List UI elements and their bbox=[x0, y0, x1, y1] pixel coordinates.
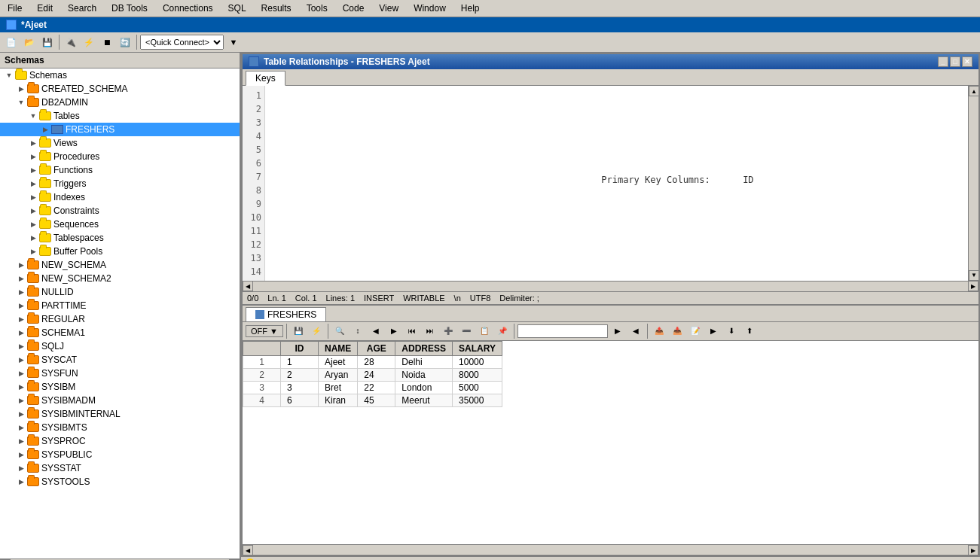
cell-salary[interactable]: 5000 bbox=[453, 381, 502, 394]
expand-schemas[interactable]: ▼ bbox=[3, 69, 15, 81]
data-next-btn[interactable]: ▶ bbox=[386, 324, 402, 339]
expand-freshers[interactable]: ▶ bbox=[39, 123, 51, 135]
menu-search[interactable]: Search bbox=[63, 2, 101, 15]
expand-bufferpools[interactable]: ▶ bbox=[27, 245, 39, 257]
menu-sql[interactable]: SQL bbox=[224, 2, 251, 15]
table-row[interactable]: 4 6 Kiran 45 Meerut 35000 bbox=[243, 394, 502, 406]
tree-syspublic[interactable]: ▶ SYSPUBLIC bbox=[0, 448, 240, 461]
editor-scroll-down[interactable]: ▼ bbox=[969, 270, 978, 281]
data-hscroll-left[interactable]: ◀ bbox=[243, 545, 253, 555]
data-prev-btn[interactable]: ◀ bbox=[368, 324, 384, 339]
tree-bufferpools[interactable]: ▶ Buffer Pools bbox=[0, 245, 240, 258]
data-first-btn[interactable]: ⏮ bbox=[404, 324, 420, 339]
col-address-header[interactable]: ADDRESS bbox=[395, 341, 453, 355]
data-export-btn[interactable]: 📤 bbox=[651, 324, 667, 339]
expand-db2admin[interactable]: ▼ bbox=[15, 96, 27, 108]
tree-db2admin[interactable]: ▼ DB2ADMIN bbox=[0, 96, 240, 109]
data-copy-btn[interactable]: 📋 bbox=[476, 324, 493, 339]
connect-btn[interactable]: 🔌 bbox=[63, 34, 79, 50]
expand-sysstat[interactable]: ▶ bbox=[15, 462, 27, 474]
quick-connect-go-btn[interactable]: ▼ bbox=[225, 34, 242, 50]
tree-freshers[interactable]: ▶ FRESHERS bbox=[0, 123, 240, 136]
expand-new-schema[interactable]: ▶ bbox=[15, 259, 27, 271]
expand-sysibmadm[interactable]: ▶ bbox=[15, 394, 27, 406]
menu-file[interactable]: File bbox=[3, 2, 26, 15]
tree-new-schema2[interactable]: ▶ NEW_SCHEMA2 bbox=[0, 272, 240, 285]
disconnect-btn[interactable]: ⚡ bbox=[81, 34, 97, 50]
new-file-btn[interactable]: 📄 bbox=[3, 34, 20, 50]
expand-views[interactable]: ▶ bbox=[27, 137, 39, 149]
save-btn[interactable]: 💾 bbox=[39, 34, 56, 50]
data-down-btn[interactable]: ⬇ bbox=[723, 324, 740, 339]
expand-triggers[interactable]: ▶ bbox=[27, 178, 39, 190]
tree-sysfun[interactable]: ▶ SYSFUN bbox=[0, 367, 240, 380]
col-salary-header[interactable]: SALARY bbox=[453, 341, 502, 355]
menu-code[interactable]: Code bbox=[338, 2, 369, 15]
tree-schema1[interactable]: ▶ SCHEMA1 bbox=[0, 326, 240, 339]
schema-tree[interactable]: ▼ Schemas ▶ CREATED_SCHEMA ▼ DB2ADMIN ▼ … bbox=[0, 68, 240, 558]
cell-age[interactable]: 24 bbox=[358, 368, 395, 381]
tab-keys[interactable]: Keys bbox=[246, 71, 285, 86]
tree-sysproc[interactable]: ▶ SYSPROC bbox=[0, 434, 240, 448]
tree-sysibminternal[interactable]: ▶ SYSIBMINTERNAL bbox=[0, 407, 240, 421]
expand-functions[interactable]: ▶ bbox=[27, 164, 39, 176]
data-hscroll-right[interactable]: ▶ bbox=[968, 545, 978, 555]
tree-sequences[interactable]: ▶ Sequences bbox=[0, 218, 240, 231]
tree-syscat[interactable]: ▶ SYSCAT bbox=[0, 353, 240, 367]
expand-created-schema[interactable]: ▶ bbox=[15, 83, 27, 95]
col-age-header[interactable]: AGE bbox=[358, 341, 395, 355]
editor-area[interactable]: Primary Key Columns: ID bbox=[265, 86, 968, 281]
tree-functions[interactable]: ▶ Functions bbox=[0, 163, 240, 177]
expand-syspublic[interactable]: ▶ bbox=[15, 449, 27, 461]
editor-hscroll-track[interactable] bbox=[253, 282, 968, 290]
expand-sysibm[interactable]: ▶ bbox=[15, 381, 27, 393]
tree-parttime[interactable]: ▶ PARTTIME bbox=[0, 299, 240, 312]
tree-tablespaces[interactable]: ▶ Tablespaces bbox=[0, 231, 240, 245]
tree-constraints[interactable]: ▶ Constraints bbox=[0, 204, 240, 218]
table-row[interactable]: 2 2 Aryan 24 Noida 8000 bbox=[243, 368, 502, 381]
data-sort-btn[interactable]: ↕ bbox=[350, 324, 366, 339]
close-btn[interactable]: ✕ bbox=[962, 56, 972, 67]
expand-tables[interactable]: ▼ bbox=[27, 110, 39, 122]
data-filter-btn[interactable]: 🔍 bbox=[331, 324, 348, 339]
data-add-btn[interactable]: ➕ bbox=[440, 324, 456, 339]
tree-systools[interactable]: ▶ SYSTOOLS bbox=[0, 475, 240, 488]
cell-age[interactable]: 45 bbox=[358, 394, 395, 406]
data-script-btn[interactable]: 📝 bbox=[687, 324, 704, 339]
expand-procedures[interactable]: ▶ bbox=[27, 151, 39, 163]
editor-hscroll-left[interactable]: ◀ bbox=[243, 281, 253, 291]
data-import-btn[interactable]: 📥 bbox=[669, 324, 685, 339]
expand-tablespaces[interactable]: ▶ bbox=[27, 232, 39, 244]
cell-address[interactable]: Noida bbox=[395, 368, 453, 381]
cell-age[interactable]: 28 bbox=[358, 355, 395, 368]
expand-sysproc[interactable]: ▶ bbox=[15, 435, 27, 447]
expand-sqlj[interactable]: ▶ bbox=[15, 340, 27, 352]
editor-hscroll-right[interactable]: ▶ bbox=[968, 281, 978, 291]
menu-window[interactable]: Window bbox=[409, 2, 450, 15]
menu-dbtools[interactable]: DB Tools bbox=[107, 2, 152, 15]
cell-address[interactable]: Meerut bbox=[395, 394, 453, 406]
menu-help[interactable]: Help bbox=[456, 2, 484, 15]
data-run-btn[interactable]: ▶ bbox=[705, 324, 722, 339]
expand-sequences[interactable]: ▶ bbox=[27, 218, 39, 230]
tree-regular[interactable]: ▶ REGULAR bbox=[0, 312, 240, 326]
cell-name[interactable]: Bret bbox=[319, 381, 358, 394]
off-button[interactable]: OFF ▼ bbox=[246, 325, 283, 337]
quick-connect-select[interactable]: <Quick Connect> bbox=[140, 35, 224, 50]
stop-btn[interactable]: ⏹ bbox=[99, 34, 115, 50]
data-table-container[interactable]: ID NAME AGE ADDRESS SALARY 1 1 Ajeet 28 … bbox=[243, 341, 978, 545]
cell-id[interactable]: 3 bbox=[281, 381, 319, 394]
cell-id[interactable]: 6 bbox=[281, 394, 319, 406]
cell-name[interactable]: Ajeet bbox=[319, 355, 358, 368]
tree-sysstat[interactable]: ▶ SYSSTAT bbox=[0, 461, 240, 475]
menu-connections[interactable]: Connections bbox=[158, 2, 218, 15]
menu-tools[interactable]: Tools bbox=[302, 2, 332, 15]
menu-results[interactable]: Results bbox=[257, 2, 296, 15]
tab-freshers-data[interactable]: FRESHERS bbox=[246, 307, 326, 321]
expand-new-schema2[interactable]: ▶ bbox=[15, 272, 27, 285]
cell-name[interactable]: Kiran bbox=[319, 394, 358, 406]
data-paste-btn[interactable]: 📌 bbox=[494, 324, 511, 339]
tree-tables[interactable]: ▼ Tables bbox=[0, 109, 240, 123]
col-name-header[interactable]: NAME bbox=[319, 341, 358, 355]
tree-root-schemas[interactable]: ▼ Schemas bbox=[0, 68, 240, 82]
